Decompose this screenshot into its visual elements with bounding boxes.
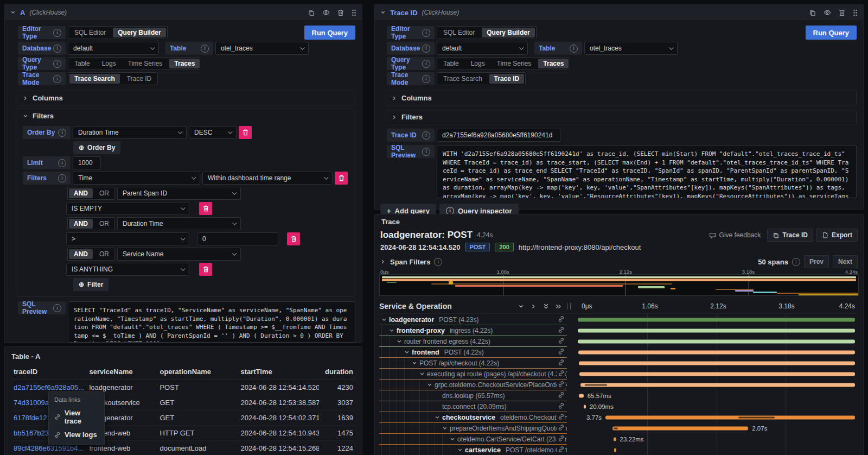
link-icon[interactable] (558, 424, 565, 431)
span-link[interactable] (557, 446, 565, 454)
column-header-traceid[interactable]: traceID (11, 364, 87, 380)
column-header-operationname[interactable]: operationName (157, 364, 238, 380)
expand-all-icon[interactable] (556, 304, 561, 309)
column-resize-handle[interactable] (567, 303, 571, 309)
option-sql-editor[interactable]: SQL Editor (68, 27, 112, 39)
collapse-one-icon[interactable] (518, 304, 524, 309)
or-option[interactable]: OR (94, 218, 114, 230)
limit-input[interactable]: 1000 (73, 156, 101, 169)
option-query-builder[interactable]: Query Builder (482, 28, 534, 37)
span-row[interactable]: frontend-proxyingress (4.22s) (379, 325, 859, 336)
option-trace-id[interactable]: Trace ID (121, 73, 158, 85)
span-link[interactable] (557, 413, 565, 422)
span-tree-cell[interactable]: grpc.oteldemo.CheckoutService/PlaceOrder… (379, 380, 567, 390)
span-link[interactable] (557, 424, 565, 433)
chevron-down-icon[interactable] (457, 447, 463, 453)
run-query-button[interactable]: Run Query (806, 26, 857, 40)
option-time-series[interactable]: Time Series (122, 58, 169, 69)
prev-button[interactable]: Prev (804, 255, 829, 268)
chevron-down-icon[interactable] (450, 437, 455, 442)
remove-filter-button[interactable] (335, 172, 348, 185)
drag-handle-icon[interactable] (352, 9, 356, 16)
span-row[interactable]: router frontend egress (4.22s) (379, 336, 859, 347)
span-row[interactable]: cartservicePOST /oteldemo.CartService/Ge… (379, 445, 859, 455)
span-tree-cell[interactable]: loadgeneratorPOST (4.23s) (379, 314, 567, 325)
span-duration-bar[interactable] (579, 361, 855, 365)
add-order-by-button[interactable]: ⊕Order By (73, 141, 120, 154)
filter-value-input[interactable]: 0 (197, 232, 278, 245)
span-row[interactable]: frontendPOST (4.22s) (379, 347, 859, 358)
span-link[interactable] (557, 348, 565, 357)
duplicate-icon[interactable] (809, 9, 816, 16)
link-icon[interactable] (558, 446, 565, 453)
filter-field-select[interactable]: Duration Time (117, 217, 241, 230)
span-duration-bar[interactable] (614, 437, 616, 441)
table-select[interactable]: otel_traces (215, 42, 309, 55)
span-duration-bar[interactable] (614, 448, 616, 452)
span-duration-bar[interactable] (579, 394, 584, 397)
table-select[interactable]: otel_traces (584, 42, 678, 55)
filter-operator-select[interactable]: > (66, 232, 189, 245)
option-time-series[interactable]: Time Series (491, 58, 538, 69)
filter-field-select[interactable]: Service Name (117, 248, 241, 261)
link-icon[interactable] (558, 391, 565, 399)
span-link[interactable] (557, 326, 565, 335)
option-traces[interactable]: Traces (169, 59, 200, 68)
span-tree-cell[interactable]: POST /api/checkout (4.22s) (379, 358, 567, 369)
link-icon[interactable] (558, 381, 565, 388)
disable-eye-icon[interactable] (824, 9, 831, 16)
chevron-down-icon[interactable] (397, 339, 402, 344)
delete-query-icon[interactable] (839, 9, 845, 16)
span-duration-bar[interactable] (578, 339, 855, 343)
drag-handle-icon[interactable] (853, 9, 858, 16)
link-icon[interactable] (558, 315, 565, 323)
span-link[interactable] (557, 381, 565, 389)
span-duration-bar[interactable] (580, 383, 855, 387)
filters-section-header[interactable]: Filters (17, 109, 355, 123)
trace-id-button[interactable]: Trace ID (767, 229, 813, 242)
span-duration-bar[interactable] (578, 328, 855, 332)
chevron-down-icon[interactable] (435, 415, 440, 420)
chevron-down-icon[interactable] (412, 361, 417, 366)
span-link[interactable] (557, 315, 565, 324)
collapse-all-icon[interactable] (543, 304, 549, 309)
span-duration-bar[interactable] (578, 318, 855, 321)
option-trace-search[interactable]: Trace Search (437, 73, 488, 85)
span-duration-bar[interactable] (605, 415, 855, 419)
duplicate-icon[interactable] (308, 9, 315, 16)
span-tree-cell[interactable]: executing api route (pages) /api/checkou… (379, 369, 567, 380)
add-filter-button[interactable]: ⊕Filter (73, 278, 108, 291)
span-row[interactable]: prepareOrderItemsAndShippingQuoteFromCar… (379, 423, 859, 434)
columns-section-header[interactable]: Columns (386, 91, 856, 105)
and-option[interactable]: AND (69, 188, 93, 198)
column-header-duration[interactable]: duration (319, 364, 355, 380)
chevron-down-icon[interactable] (427, 382, 432, 388)
option-logs[interactable]: Logs (96, 58, 122, 69)
remove-order-by-button[interactable] (239, 126, 252, 139)
collapse-chevron-icon[interactable] (380, 10, 386, 15)
view-logs-link[interactable]: View logs (49, 428, 104, 441)
or-option[interactable]: OR (94, 248, 114, 260)
span-row[interactable]: oteldemo.CartService/GetCart (23.22ms)23… (379, 434, 859, 445)
disable-eye-icon[interactable] (322, 9, 330, 16)
collapse-chevron-icon[interactable] (10, 10, 16, 15)
export-button[interactable]: Export (816, 229, 858, 242)
and-option[interactable]: AND (69, 249, 93, 259)
give-feedback-button[interactable]: Give feedback (706, 231, 764, 239)
span-duration-bar[interactable] (584, 405, 586, 408)
span-row[interactable]: dns.lookup (65.57ms)65.57ms (379, 390, 859, 401)
chevron-down-icon[interactable] (389, 328, 394, 333)
span-row[interactable]: loadgeneratorPOST (4.23s) (379, 314, 859, 325)
order-by-direction-select[interactable]: DESC (189, 126, 237, 139)
span-link[interactable] (557, 435, 565, 444)
filter-field-select[interactable]: Parent Span ID (117, 187, 241, 200)
link-icon[interactable] (558, 359, 565, 366)
option-trace-search[interactable]: Trace Search (69, 74, 120, 84)
span-row[interactable]: executing api route (pages) /api/checkou… (379, 369, 859, 380)
span-link[interactable] (557, 370, 565, 378)
span-link[interactable] (557, 337, 565, 346)
filters-section-header[interactable]: Filters (386, 110, 856, 124)
span-row[interactable]: checkoutserviceoteldemo.CheckoutService/… (379, 412, 859, 423)
expand-one-icon[interactable] (531, 304, 537, 309)
option-table[interactable]: Table (68, 58, 96, 69)
